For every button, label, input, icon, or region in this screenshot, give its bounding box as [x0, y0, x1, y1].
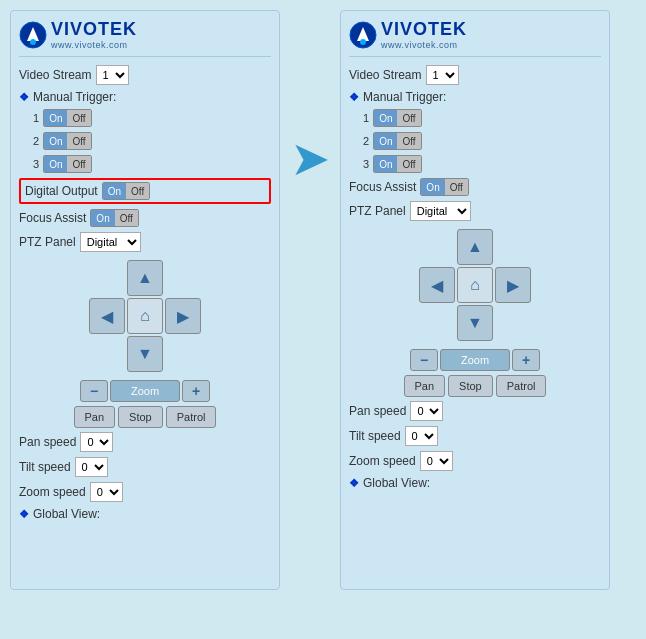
right-trigger-3-off-btn[interactable]: Off: [397, 156, 420, 172]
left-trigger-1-off-btn[interactable]: Off: [67, 110, 90, 126]
right-global-view-row: ❖ Global View:: [349, 476, 601, 490]
right-stop-btn[interactable]: Stop: [448, 375, 493, 397]
left-zoom-speed-label: Zoom speed: [19, 485, 86, 499]
left-trigger-2-on-btn[interactable]: On: [44, 133, 67, 149]
arrow-right-indicator: ➤: [290, 130, 330, 186]
left-pan-speed-label: Pan speed: [19, 435, 76, 449]
right-pan-speed-row: Pan speed 0123: [349, 401, 601, 421]
left-trigger-3-off-btn[interactable]: Off: [67, 156, 90, 172]
left-digital-output-row: Digital Output On Off: [19, 178, 271, 204]
left-pan-btn[interactable]: Pan: [74, 406, 116, 428]
right-manual-trigger-label: Manual Trigger:: [363, 90, 446, 104]
left-pan-speed-row: Pan speed 0123: [19, 432, 271, 452]
left-ptz-panel-label: PTZ Panel: [19, 235, 76, 249]
left-pan-speed-select[interactable]: 0123: [80, 432, 113, 452]
left-digital-output-label: Digital Output: [25, 184, 98, 198]
left-video-stream-label: Video Stream: [19, 68, 92, 82]
right-zoom-minus-btn[interactable]: −: [410, 349, 438, 371]
svg-point-5: [360, 39, 366, 45]
svg-point-2: [30, 39, 36, 45]
left-manual-trigger-label-row: ❖ Manual Trigger:: [19, 90, 271, 104]
right-logo-text: VIVOTEK www.vivotek.com: [381, 19, 467, 50]
right-ptz-right-btn[interactable]: ▶: [495, 267, 531, 303]
left-tilt-speed-select[interactable]: 0123: [75, 457, 108, 477]
right-trigger-3-row: 3 On Off: [349, 155, 601, 173]
right-ptz-panel-select[interactable]: Digital Analog: [410, 201, 471, 221]
right-focus-assist-on-btn[interactable]: On: [421, 179, 444, 195]
right-trigger-2-off-btn[interactable]: Off: [397, 133, 420, 149]
left-ptz-up-btn[interactable]: ▲: [127, 260, 163, 296]
right-trigger-1-row: 1 On Off: [349, 109, 601, 127]
right-focus-assist-row: Focus Assist On Off: [349, 178, 601, 196]
right-manual-trigger-icon: ❖: [349, 91, 359, 104]
right-logo: VIVOTEK www.vivotek.com: [349, 19, 467, 50]
left-digital-output-on-btn[interactable]: On: [103, 183, 126, 199]
right-focus-assist-off-btn[interactable]: Off: [445, 179, 468, 195]
right-brand-name: VIVOTEK: [381, 19, 467, 40]
right-global-view-icon: ❖: [349, 477, 359, 490]
right-video-stream-select[interactable]: 1 2: [426, 65, 459, 85]
left-trigger-2-off-btn[interactable]: Off: [67, 133, 90, 149]
right-ptz-grid: ▲ ◀ ⌂ ▶ ▼: [419, 229, 531, 341]
right-ptz-br-empty: [495, 305, 531, 341]
left-global-view-icon: ❖: [19, 508, 29, 521]
left-brand-name: VIVOTEK: [51, 19, 137, 40]
left-logo: VIVOTEK www.vivotek.com: [19, 19, 137, 50]
left-patrol-row: Pan Stop Patrol: [74, 406, 217, 428]
right-pan-speed-select[interactable]: 0123: [410, 401, 443, 421]
left-patrol-btn[interactable]: Patrol: [166, 406, 217, 428]
right-zoom-plus-btn[interactable]: +: [512, 349, 540, 371]
left-global-view-label: Global View:: [33, 507, 100, 521]
left-global-view-row: ❖ Global View:: [19, 507, 271, 521]
left-ptz-panel-select[interactable]: Digital Analog: [80, 232, 141, 252]
left-zoom-minus-btn[interactable]: −: [80, 380, 108, 402]
right-trigger-1-off-btn[interactable]: Off: [397, 110, 420, 126]
left-trigger-1-on-btn[interactable]: On: [44, 110, 67, 126]
left-focus-assist-off-btn[interactable]: Off: [115, 210, 138, 226]
right-focus-assist-label: Focus Assist: [349, 180, 416, 194]
left-video-stream-select[interactable]: 1 2: [96, 65, 129, 85]
left-ptz-down-btn[interactable]: ▼: [127, 336, 163, 372]
right-ptz-up-btn[interactable]: ▲: [457, 229, 493, 265]
left-zoom-row: − Zoom +: [80, 380, 210, 402]
left-trigger-3-row: 3 On Off: [19, 155, 271, 173]
right-pan-speed-label: Pan speed: [349, 404, 406, 418]
left-focus-assist-label: Focus Assist: [19, 211, 86, 225]
left-focus-assist-on-btn[interactable]: On: [91, 210, 114, 226]
left-ptz-left-btn[interactable]: ◀: [89, 298, 125, 334]
left-panel: VIVOTEK www.vivotek.com Video Stream 1 2…: [10, 10, 280, 590]
left-digital-output-off-btn[interactable]: Off: [126, 183, 149, 199]
left-zoom-plus-btn[interactable]: +: [182, 380, 210, 402]
left-zoom-speed-select[interactable]: 0123: [90, 482, 123, 502]
left-trigger-3-on-btn[interactable]: On: [44, 156, 67, 172]
right-trigger-1-on-btn[interactable]: On: [374, 110, 397, 126]
right-ptz-bl-empty: [419, 305, 455, 341]
right-zoom-speed-select[interactable]: 0123: [420, 451, 453, 471]
right-ptz-down-btn[interactable]: ▼: [457, 305, 493, 341]
left-ptz-home-btn[interactable]: ⌂: [127, 298, 163, 334]
left-ptz-bl-empty: [89, 336, 125, 372]
right-trigger-3-onoff: On Off: [373, 155, 422, 173]
left-zoom-label: Zoom: [110, 380, 180, 402]
right-patrol-btn[interactable]: Patrol: [496, 375, 547, 397]
left-brand-url: www.vivotek.com: [51, 40, 137, 50]
right-tilt-speed-select[interactable]: 0123: [405, 426, 438, 446]
left-ptz-right-btn[interactable]: ▶: [165, 298, 201, 334]
right-ptz-home-btn[interactable]: ⌂: [457, 267, 493, 303]
right-pan-btn[interactable]: Pan: [404, 375, 446, 397]
right-ptz-panel-row: PTZ Panel Digital Analog: [349, 201, 601, 221]
right-trigger-2-row: 2 On Off: [349, 132, 601, 150]
right-trigger-1-id: 1: [363, 112, 369, 124]
right-trigger-3-on-btn[interactable]: On: [374, 156, 397, 172]
right-brand-url: www.vivotek.com: [381, 40, 467, 50]
right-trigger-2-on-btn[interactable]: On: [374, 133, 397, 149]
right-zoom-label: Zoom: [440, 349, 510, 371]
left-ptz-br-empty: [165, 336, 201, 372]
left-trigger-2-row: 2 On Off: [19, 132, 271, 150]
left-manual-trigger-label: Manual Trigger:: [33, 90, 116, 104]
right-zoom-row: − Zoom +: [410, 349, 540, 371]
right-manual-trigger-label-row: ❖ Manual Trigger:: [349, 90, 601, 104]
left-ptz-tr-empty: [165, 260, 201, 296]
right-ptz-left-btn[interactable]: ◀: [419, 267, 455, 303]
left-stop-btn[interactable]: Stop: [118, 406, 163, 428]
